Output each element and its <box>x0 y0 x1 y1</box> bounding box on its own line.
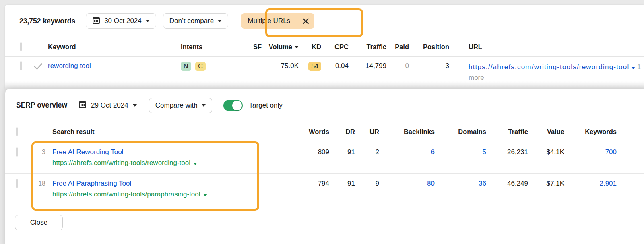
serp-result-title-link[interactable]: Free AI Paraphrasing Tool <box>52 180 131 187</box>
column-header-url[interactable]: URL <box>449 43 644 51</box>
multiple-urls-chip[interactable]: Multiple URLs <box>241 13 314 29</box>
target-only-toggle[interactable] <box>223 100 243 111</box>
compare-with-button[interactable]: Compare with <box>149 98 212 113</box>
serp-result-url[interactable]: https://ahrefs.com/writing-tools/rewordi… <box>52 159 190 167</box>
value-cell: $7.1K <box>528 180 564 188</box>
column-header-value[interactable]: Value <box>528 128 564 136</box>
keywords-count: 23,752 keywords <box>19 17 75 25</box>
keywords-toolbar: 23,752 keywords 30 Oct 2024 <box>5 5 644 37</box>
serp-position: 3 <box>25 148 45 156</box>
serp-result-row: 18 Free AI Paraphrasing Tool https://ahr… <box>5 174 644 209</box>
toggle-knob <box>232 101 242 110</box>
dr-cell: 91 <box>329 180 355 188</box>
chevron-down-icon <box>133 104 137 107</box>
words-cell: 809 <box>297 148 329 156</box>
keywords-table-header: Keyword Intents SF Volume KD CPC Traffic… <box>5 37 644 57</box>
serp-result-url[interactable]: https://ahrefs.com/writing-tools/paraphr… <box>52 190 200 198</box>
chevron-down-icon[interactable] <box>193 163 197 165</box>
chevron-down-icon <box>218 20 222 22</box>
calendar-icon <box>78 100 87 110</box>
traffic-cell: 26,231 <box>486 148 528 156</box>
domains-link[interactable]: 36 <box>479 180 486 187</box>
serp-overview-panel: SERP overview 29 Oct 2024 <box>5 89 644 244</box>
keywords-count-link[interactable]: 2,901 <box>599 180 617 187</box>
compare-mode-button[interactable]: Don’t compare <box>163 13 229 29</box>
column-header-dr[interactable]: DR <box>329 128 355 136</box>
domains-link[interactable]: 5 <box>483 148 486 156</box>
serp-date-picker[interactable]: 29 Oct 2024 <box>78 100 137 110</box>
keyword-row: rewording tool N C 75.0K 54 0.04 14,799 … <box>5 57 644 83</box>
date-picker-button[interactable]: 30 Oct 2024 <box>86 13 156 29</box>
date-picker-label: 30 Oct 2024 <box>104 17 142 25</box>
serp-result-row: 3 Free AI Rewording Tool https://ahrefs.… <box>5 142 644 174</box>
compare-with-label: Compare with <box>155 101 198 110</box>
column-header-ur[interactable]: UR <box>355 128 379 136</box>
intents-cell: N C <box>181 62 239 71</box>
backlinks-link[interactable]: 80 <box>427 180 435 187</box>
column-header-cpc[interactable]: CPC <box>321 43 349 51</box>
value-cell: $4.1K <box>528 148 564 156</box>
column-header-kd[interactable]: KD <box>299 43 321 51</box>
serp-toolbar: SERP overview 29 Oct 2024 <box>5 89 644 122</box>
words-cell: 794 <box>297 180 329 188</box>
checkmark-icon <box>34 63 43 72</box>
paid-cell: 0 <box>386 62 409 70</box>
chevron-down-icon <box>146 20 150 22</box>
column-header-position[interactable]: Position <box>409 43 449 51</box>
target-url-link[interactable]: https://ahrefs.com/writing-tools/rewordi… <box>469 63 629 71</box>
url-cell: https://ahrefs.com/writing-tools/rewordi… <box>449 62 644 83</box>
backlinks-link[interactable]: 6 <box>431 148 435 156</box>
dr-cell: 91 <box>329 148 355 156</box>
scroll-fade <box>5 81 644 89</box>
serp-overview-title: SERP overview <box>16 101 67 110</box>
column-header-keywords[interactable]: Keywords <box>564 128 617 136</box>
target-only-label: Target only <box>249 101 283 110</box>
intent-badge-commercial: C <box>195 62 206 71</box>
position-cell: 3 <box>409 62 449 70</box>
close-icon[interactable] <box>297 13 314 29</box>
row-checkbox[interactable] <box>16 179 18 188</box>
column-header-keyword[interactable]: Keyword <box>48 43 181 51</box>
ur-cell: 9 <box>355 180 379 188</box>
column-header-sf[interactable]: SF <box>239 43 262 51</box>
keywords-panel: 23,752 keywords 30 Oct 2024 <box>5 5 644 89</box>
kd-cell: 54 <box>299 62 321 71</box>
compare-mode-label: Don’t compare <box>169 17 214 25</box>
keywords-count-link[interactable]: 700 <box>605 148 617 156</box>
column-header-search-result[interactable]: Search result <box>25 128 297 136</box>
chevron-down-icon[interactable] <box>631 67 635 69</box>
ur-cell: 2 <box>355 148 379 156</box>
column-header-words[interactable]: Words <box>297 128 329 136</box>
column-header-traffic[interactable]: Traffic <box>349 43 386 51</box>
chevron-down-icon <box>202 104 206 107</box>
keyword-link[interactable]: rewording tool <box>48 62 91 70</box>
chevron-down-icon <box>295 46 299 48</box>
column-header-traffic[interactable]: Traffic <box>486 128 528 136</box>
chevron-down-icon[interactable] <box>203 194 207 196</box>
row-checkbox[interactable] <box>20 61 22 70</box>
column-header-volume[interactable]: Volume <box>262 43 299 51</box>
column-header-domains[interactable]: Domains <box>435 128 486 136</box>
traffic-cell: 46,249 <box>486 180 528 188</box>
close-button[interactable]: Close <box>15 215 63 230</box>
multiple-urls-label: Multiple URLs <box>241 13 297 29</box>
serp-position: 18 <box>25 180 45 187</box>
column-header-backlinks[interactable]: Backlinks <box>379 128 435 136</box>
serp-select-all-checkbox[interactable] <box>16 127 18 136</box>
serp-table-header: Search result Words DR UR Backlinks Doma… <box>5 122 644 142</box>
serp-result-title-link[interactable]: Free AI Rewording Tool <box>52 148 123 156</box>
serp-date-label: 29 Oct 2024 <box>91 101 128 110</box>
row-checkbox[interactable] <box>16 147 18 157</box>
traffic-cell: 14,799 <box>349 62 386 70</box>
intent-badge-navigational: N <box>181 62 191 71</box>
calendar-icon <box>92 16 100 26</box>
volume-cell: 75.0K <box>262 62 299 70</box>
column-header-paid[interactable]: Paid <box>386 43 409 51</box>
kd-badge: 54 <box>308 62 321 71</box>
cpc-cell: 0.04 <box>321 62 349 70</box>
select-all-checkbox[interactable] <box>20 42 22 51</box>
column-header-intents[interactable]: Intents <box>181 43 239 51</box>
